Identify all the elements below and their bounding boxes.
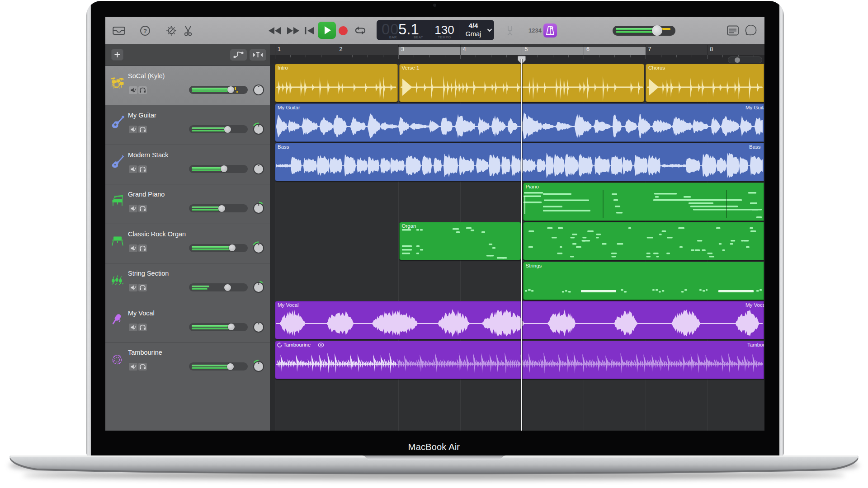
svg-text:?: ? xyxy=(143,28,147,34)
